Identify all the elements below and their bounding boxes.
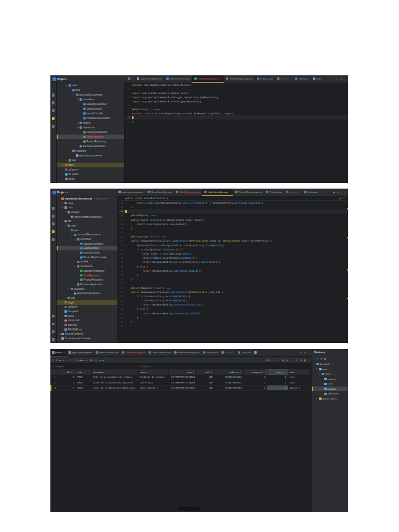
tab-homecontroller-java[interactable]: HomeController.java — [145, 189, 174, 196]
restore-window-icon[interactable]: ▢ — [336, 78, 338, 81]
cell-price[interactable]: 29.989999771118164 — [168, 385, 196, 390]
tab-product[interactable]: product× — [50, 349, 67, 356]
settings-icon[interactable]: ⚙ — [321, 357, 323, 360]
debug-icon[interactable]: ● — [337, 191, 338, 194]
grid-icon[interactable]: ▦ — [304, 359, 306, 362]
expand-arrow-icon[interactable]: ▾ — [61, 220, 63, 222]
tab-colorrepository-java[interactable]: ColorRepository.java — [121, 349, 147, 356]
expand-arrow-icon[interactable]: ▸ — [76, 122, 78, 124]
tree-item-repositorios[interactable]: ▾repositorios — [57, 125, 124, 130]
grid-icon[interactable]: ▦ — [324, 357, 326, 360]
tab-homecontroller-java[interactable]: HomeController.java — [164, 75, 192, 83]
expand-arrow-icon[interactable]: ▾ — [64, 224, 66, 227]
tab-colorrepository-java[interactable]: ColorRepository.java× — [192, 75, 224, 83]
cell-code[interactable]: P002 — [76, 380, 91, 385]
project-selector[interactable]: Project ▾ — [50, 75, 126, 83]
close-icon[interactable]: × — [230, 191, 231, 193]
expand-arrow-icon[interactable]: ▸ — [64, 297, 66, 299]
tree-item-categoryrepository[interactable]: CategoryRepository — [57, 130, 124, 135]
expand-arrow-icon[interactable]: ▾ — [65, 85, 68, 87]
tree-item-main[interactable]: ▾main — [312, 367, 348, 372]
cell-color_id[interactable]: 3 — [267, 385, 288, 390]
tree-item-repositorios[interactable]: ▾repositorios — [57, 264, 117, 269]
expand-arrow-icon[interactable]: ▸ — [74, 261, 76, 263]
tree-item-mvn[interactable]: ▾.mvn — [57, 205, 117, 210]
cell-price[interactable]: 19.989999771118164 — [168, 380, 196, 385]
commit-icon[interactable] — [52, 215, 55, 218]
cell-color_id[interactable]: 1 — [267, 375, 288, 380]
tree-item-product[interactable]: product — [312, 387, 348, 392]
expand-arrow-icon[interactable]: ▾ — [318, 373, 321, 375]
row-number[interactable]: 2 — [51, 380, 57, 385]
expand-arrow-icon[interactable]: ▾ — [76, 127, 78, 129]
tab-product-java[interactable]: Product.java — [264, 189, 284, 196]
expand-arrow-icon[interactable]: ▾ — [69, 150, 71, 152]
tab-application-properties[interactable]: application.properties — [135, 75, 164, 83]
filter-funnel-icon[interactable]: ▼ — [284, 371, 286, 374]
filter-funnel-icon[interactable]: ▼ — [147, 371, 148, 374]
search-icon[interactable]: ◎ — [95, 359, 97, 362]
filter-funnel-icon[interactable]: ▼ — [193, 371, 194, 374]
expand-arrow-icon[interactable]: ▾ — [73, 94, 75, 96]
tree-item-resources[interactable]: ▾resources — [57, 287, 117, 291]
tab-color-java[interactable]: Color.java — [236, 349, 252, 356]
export-format-select[interactable]: CSV — [265, 359, 270, 362]
tree-item-controllers[interactable]: ▾controllers — [57, 97, 124, 102]
commit-icon[interactable] — [52, 101, 55, 104]
cell-id[interactable]: 2 — [57, 380, 76, 385]
cell-category_id[interactable]: 2 — [243, 380, 267, 385]
expand-arrow-icon[interactable]: ▾ — [74, 265, 76, 268]
cell-update_at[interactable]: 1729175787969 — [214, 385, 243, 390]
cell-id[interactable]: 1 — [57, 375, 76, 380]
tree-item-com-sia32k-ecomerce[interactable]: ▾com.sia32k.ecomerce — [57, 92, 124, 97]
col-header-stock[interactable]: stock▼ — [196, 369, 214, 375]
tab-homecontroller-java[interactable]: HomeController.java — [94, 349, 120, 356]
row-number[interactable]: 3 — [51, 385, 57, 390]
import-icon[interactable]: ↧ — [278, 359, 280, 362]
tree-item-db-sqlite3[interactable]: ▾db.sqlite31 — [312, 362, 348, 367]
cell-stock[interactable]: 100 — [196, 380, 214, 385]
expand-arrow-icon[interactable]: ▾ — [76, 99, 78, 101]
cell-code[interactable]: P001 — [76, 375, 91, 380]
tree-item-colorrepository[interactable]: ColorRepository — [57, 135, 124, 139]
tree-item-productrepository[interactable]: ProductRepository — [57, 139, 124, 144]
cell-description[interactable]: Libro de la Biblioteca Nacional — [91, 380, 138, 385]
upload-icon[interactable]: ↑ — [293, 359, 294, 362]
transaction-mode-select[interactable]: Tx: Auto — [76, 359, 85, 362]
export-icon[interactable]: ↥ — [274, 359, 276, 362]
tree-item-scratches-and-consoles[interactable]: ▸Scratches and Consoles — [57, 336, 117, 341]
tree-item-application-properties[interactable]: application.properties — [57, 291, 117, 296]
filter-funnel-icon[interactable]: ▼ — [72, 371, 74, 374]
hide-panel-icon[interactable]: ↗ — [340, 78, 342, 81]
tree-item-db-sqlite3[interactable]: db.sqlite3 — [57, 172, 124, 177]
expand-arrow-icon[interactable]: ▾ — [316, 368, 318, 370]
run-panel-icon[interactable] — [52, 315, 55, 318]
restore-window-icon[interactable]: ▢ — [300, 352, 302, 354]
tree-item-homecontroller[interactable]: HomeController — [57, 250, 117, 255]
tree-item-java[interactable]: ▾java — [57, 228, 117, 233]
refresh-icon[interactable]: ↻ — [52, 359, 54, 362]
project-icon[interactable] — [52, 207, 55, 210]
tab-product-java[interactable]: Product.java — [202, 349, 220, 356]
tree-item-test[interactable]: ▸test — [57, 158, 124, 163]
tab-colorcontroller-java[interactable]: ColorController.java× — [202, 189, 233, 196]
tree-item-test[interactable]: ▸test — [57, 296, 117, 300]
add-row-icon[interactable]: + — [63, 359, 64, 362]
more-icon[interactable] — [52, 125, 55, 128]
tab-application-properties[interactable]: application.properties — [67, 349, 94, 356]
expand-arrow-icon[interactable]: ▾ — [64, 211, 66, 213]
expand-arrow-icon[interactable]: ▸ — [62, 164, 64, 166]
row-header-corner[interactable] — [51, 369, 57, 375]
tree-item-gitignore[interactable]: .gitignore — [57, 305, 117, 310]
tree-item-ecomerceapplication[interactable]: EcomerceApplication — [57, 282, 117, 287]
tree-item-external-libraries[interactable]: ▸External Libraries — [57, 332, 117, 337]
expand-arrow-icon[interactable]: ▸ — [316, 397, 318, 400]
tree-item-readme-md[interactable]: README.md — [57, 327, 117, 332]
filter-funnel-icon[interactable]: ▼ — [240, 371, 241, 374]
tab-console-1[interactable]: console_1 — [220, 349, 236, 356]
tree-item-resources[interactable]: ▾resources — [57, 149, 124, 153]
expand-arrow-icon[interactable]: ▾ — [61, 207, 63, 209]
tab-console-1[interactable]: console_1 — [284, 189, 302, 196]
tab-console-1[interactable]: console_1 — [275, 75, 293, 83]
filter-funnel-icon[interactable]: ▼ — [104, 371, 106, 374]
